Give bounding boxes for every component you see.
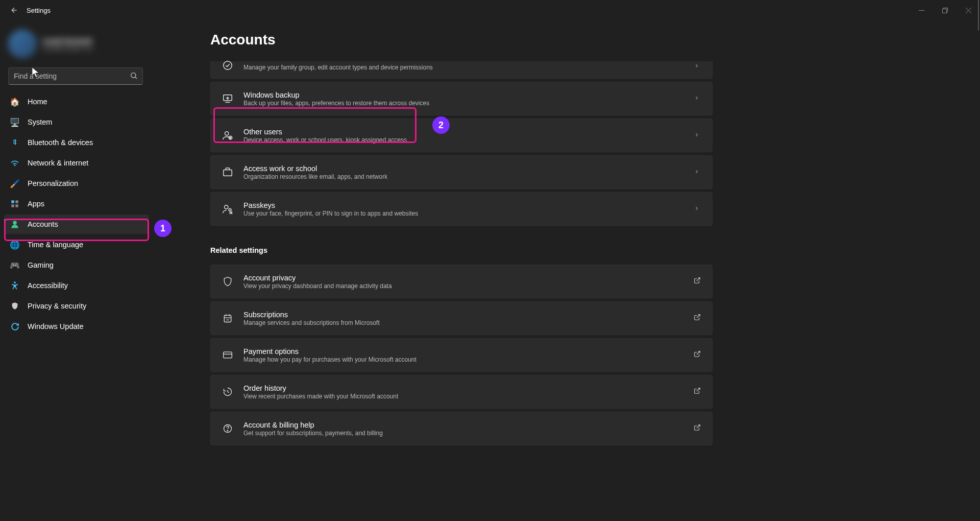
card-desc: Back up your files, apps, preferences to… [243,100,694,107]
subscriptions-icon [222,313,233,324]
svg-point-19 [229,208,231,211]
passkey-icon [222,203,233,215]
card-other-users[interactable]: Other users Device access, work or schoo… [210,119,713,152]
search-input[interactable] [8,67,143,85]
card-billing-help[interactable]: Account & billing help Get support for s… [210,412,713,445]
nav-label: Accounts [28,220,58,228]
nav-home[interactable]: 🏠Home [4,92,149,111]
gaming-icon: 🎮 [10,260,19,270]
briefcase-icon [222,167,233,178]
main-content[interactable]: Accounts Manage your family group, edit … [153,20,980,521]
card-title: Windows backup [243,91,694,99]
chevron-right-icon [694,168,701,177]
user-account-block[interactable]: Local Account user@example.com [4,26,149,62]
external-link-icon [694,277,701,286]
nav-accessibility[interactable]: Accessibility [4,276,149,295]
svg-point-23 [227,431,228,431]
home-icon: 🏠 [10,97,19,106]
card-title: Payment options [243,347,694,356]
back-button[interactable] [7,3,21,17]
card-title: Passkeys [243,201,694,209]
brush-icon: 🖌️ [10,179,19,188]
window-title: Settings [27,7,51,14]
svg-rect-2 [942,9,946,13]
nav-gaming[interactable]: 🎮Gaming [4,255,149,275]
card-desc: Manage how you pay for purchases with yo… [243,356,694,363]
chevron-right-icon [694,131,701,140]
card-passkeys[interactable]: Passkeys Use your face, fingerprint, or … [210,192,713,226]
nav-label: Accessibility [28,281,68,290]
wifi-icon [10,158,19,168]
card-desc: View your privacy dashboard and manage a… [243,282,694,290]
maximize-button[interactable] [933,0,957,20]
card-desc: Use your face, fingerprint, or PIN to si… [243,210,694,217]
card-work-school[interactable]: Access work or school Organization resou… [210,155,713,189]
nav-system[interactable]: 🖥️System [4,112,149,132]
card-desc: Manage your family group, edit account t… [243,64,694,71]
nav-label: Bluetooth & devices [28,138,93,147]
external-link-icon [694,350,701,360]
nav-label: System [28,118,52,126]
sidebar: Local Account user@example.com 🏠Home 🖥️S… [0,20,153,521]
privacy-shield-icon [222,276,233,287]
card-subscriptions[interactable]: Subscriptions Manage services and subscr… [210,301,713,335]
svg-point-11 [13,221,17,225]
card-title: Subscriptions [243,311,694,319]
card-title: Order history [243,384,694,392]
svg-rect-17 [224,170,232,176]
avatar [8,30,37,58]
system-icon: 🖥️ [10,117,19,127]
order-history-icon [222,386,233,397]
card-title: Account privacy [243,274,694,282]
family-icon [222,60,233,71]
card-family[interactable]: Manage your family group, edit account t… [210,61,713,79]
clock-globe-icon: 🌐 [10,240,19,249]
nav-personalization[interactable]: 🖌️Personalization [4,174,149,193]
credit-card-icon [222,349,233,361]
nav-accounts[interactable]: Accounts [4,215,149,234]
card-desc: Organization resources like email, apps,… [243,173,694,180]
nav-windows-update[interactable]: Windows Update [4,317,149,336]
svg-point-18 [225,205,228,209]
svg-rect-10 [15,204,18,207]
svg-rect-20 [224,315,231,322]
nav-label: Gaming [28,261,54,269]
titlebar: Settings [0,0,980,20]
card-payment-options[interactable]: Payment options Manage how you pay for p… [210,338,713,372]
accessibility-icon [10,281,19,290]
nav-network[interactable]: Network & internet [4,153,149,173]
scrollbar[interactable] [978,20,979,31]
nav-time-language[interactable]: 🌐Time & language [4,235,149,254]
page-title: Accounts [210,32,980,48]
backup-icon [222,93,233,104]
related-settings-heading: Related settings [210,246,713,254]
external-link-icon [694,424,701,433]
card-desc: Device access, work or school users, kio… [243,136,694,144]
nav-label: Privacy & security [28,302,86,310]
nav-bluetooth[interactable]: Bluetooth & devices [4,133,149,152]
settings-list: Manage your family group, edit account t… [210,61,713,445]
nav-apps[interactable]: Apps [4,194,149,214]
nav-label: Home [28,98,47,106]
minimize-button[interactable] [910,0,933,20]
nav: 🏠Home 🖥️System Bluetooth & devices Netwo… [4,92,149,336]
close-button[interactable] [957,0,980,20]
svg-rect-7 [11,200,14,203]
nav-label: Time & language [28,241,83,249]
card-desc: View recent purchases made with your Mic… [243,393,694,400]
card-windows-backup[interactable]: Windows backup Back up your files, apps,… [210,82,713,115]
help-icon [222,423,233,434]
nav-label: Windows Update [28,322,84,330]
card-order-history[interactable]: Order history View recent purchases made… [210,375,713,409]
person-icon [10,220,19,229]
nav-label: Apps [28,200,44,208]
chevron-right-icon [694,94,701,103]
svg-rect-9 [11,204,14,207]
svg-point-15 [225,132,229,135]
card-account-privacy[interactable]: Account privacy View your privacy dashbo… [210,265,713,298]
bluetooth-icon [10,138,19,147]
nav-privacy[interactable]: Privacy & security [4,296,149,316]
chevron-right-icon [694,204,701,214]
nav-label: Personalization [28,179,78,187]
update-icon [10,322,19,331]
